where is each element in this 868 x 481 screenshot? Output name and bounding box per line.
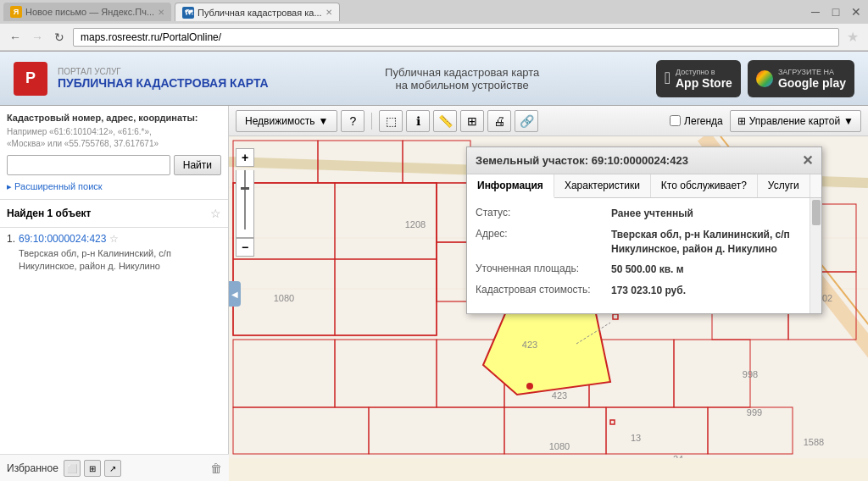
load-label: ЗАГРУЗИТЕ НА (778, 68, 846, 76)
search-label: Кадастровый номер, адрес, координаты: (7, 113, 221, 123)
svg-text:1080: 1080 (274, 293, 294, 303)
scrollbar-thumb (812, 200, 821, 225)
collapse-sidebar-btn[interactable]: ◀ (229, 281, 241, 307)
sidebar-icon-btn-3[interactable]: ↗ (104, 460, 121, 477)
tab-2-title: Публичная кадастровая ка... (198, 8, 322, 18)
help-btn[interactable]: ? (341, 110, 364, 132)
svg-text:999: 999 (747, 407, 762, 417)
result-item: 1. 69:10:0000024:423 ☆ Тверская обл, р-н… (0, 228, 228, 279)
header-center: Публичная кадастровая карта на мобильном… (385, 66, 539, 91)
reload-btn[interactable]: ↻ (51, 29, 68, 46)
googleplay-label: Google play (778, 76, 846, 90)
search-input[interactable] (7, 155, 170, 175)
manage-map-btn[interactable]: ⊞ Управление картой ▼ (730, 110, 861, 132)
sidebar-bottom: Избранное ⬜ ⊞ ↗ 🗑 (0, 454, 229, 481)
popup-row-status: Статус: Ранее учтенный (476, 207, 813, 221)
legend-checkbox[interactable] (670, 115, 681, 126)
minimize-btn[interactable]: ─ (807, 3, 824, 20)
browser-title-bar: Я Новое письмо — Яндекс.Пч... ✕ 🗺 Публич… (0, 0, 868, 24)
site-logo: Р (14, 62, 47, 96)
tab-2-close[interactable]: ✕ (326, 8, 332, 17)
popup-content: Статус: Ранее учтенный Адрес: Тверская о… (467, 198, 821, 313)
zoom-controls: + − (236, 148, 254, 257)
popup-tab-services[interactable]: Услуги (758, 174, 810, 197)
results-section: Найден 1 объект ☆ (0, 200, 228, 228)
sidebar-icon-btn-2[interactable]: ⊞ (84, 460, 101, 477)
toolbar-right: Легенда ⊞ Управление картой ▼ (670, 110, 861, 132)
result-star-icon[interactable]: ☆ (109, 233, 119, 245)
print-btn[interactable]: 🖨 (487, 110, 511, 132)
googleplay-badge[interactable]: ЗАГРУЗИТЕ НА Google play (748, 60, 854, 97)
svg-text:13: 13 (631, 433, 641, 443)
map-toolbar: Недвижимость ▼ ? ⬚ ℹ 📏 ⊞ 🖨 🔗 Легенда ⊞ У… (229, 106, 868, 136)
result-cadastral-link[interactable]: 69:10:0000024:423 (19, 233, 106, 245)
favorites-label: Избранное (7, 462, 58, 474)
popup-title: Земельный участок: 69:10:0000024:423 (476, 154, 688, 167)
svg-text:1208: 1208 (405, 219, 426, 229)
back-btn[interactable]: ← (7, 29, 24, 46)
popup-tabs: Информация Характеристики Кто обслуживае… (467, 174, 821, 198)
forward-btn[interactable]: → (29, 29, 46, 46)
tab-1-favicon: Я (10, 6, 22, 18)
select-btn[interactable]: ⬚ (379, 110, 403, 132)
header-left: Р ПОРТАЛ УСЛУГ ПУБЛИЧНАЯ КАДАСТРОВАЯ КАР… (14, 62, 269, 96)
popup-scrollbar[interactable] (810, 198, 821, 313)
close-browser-btn[interactable]: ✕ (848, 3, 865, 20)
popup-row-area: Уточненная площадь: 50 500.00 кв. м (476, 263, 813, 277)
apple-icon:  (665, 69, 670, 88)
link-btn[interactable]: 🔗 (515, 110, 538, 132)
result-address: Тверская обл, р-н Калининский, с/п Никул… (19, 247, 221, 274)
legend-checkbox-label[interactable]: Легенда (670, 115, 723, 127)
popup-close-btn[interactable]: ✕ (802, 152, 813, 169)
result-number: 1. (7, 233, 15, 245)
tab-1-close[interactable]: ✕ (158, 8, 164, 17)
zoom-in-btn[interactable]: + (236, 148, 254, 167)
search-section: Кадастровый номер, адрес, координаты: На… (0, 106, 228, 200)
map-area[interactable]: Недвижимость ▼ ? ⬚ ℹ 📏 ⊞ 🖨 🔗 Легенда ⊞ У… (229, 106, 868, 481)
tab-2-favicon: 🗺 (182, 7, 194, 19)
appstore-badge[interactable]:  Доступно в App Store (656, 60, 741, 97)
site-title: ПУБЛИЧНАЯ КАДАСТРОВАЯ КАРТА (58, 76, 269, 90)
svg-text:998: 998 (743, 369, 758, 379)
browser-nav-bar: ← → ↻ ★ (0, 24, 868, 51)
bookmark-star[interactable]: ★ (844, 29, 861, 46)
manage-dropdown-icon: ▼ (843, 115, 854, 127)
sidebar-icon-btn-1[interactable]: ⬜ (64, 460, 81, 477)
tab-1-title: Новое письмо — Яндекс.Пч... (25, 7, 154, 17)
info-popup: Земельный участок: 69:10:0000024:423 ✕ И… (466, 147, 822, 314)
search-button[interactable]: Найти (174, 155, 221, 175)
google-play-icon (756, 70, 773, 87)
popup-header: Земельный участок: 69:10:0000024:423 ✕ (467, 147, 821, 174)
results-header: Найден 1 объект ☆ (7, 207, 221, 220)
portal-label: ПОРТАЛ УСЛУГ (58, 67, 269, 76)
advanced-search-link[interactable]: ▸ Расширенный поиск (7, 181, 103, 191)
tab-1[interactable]: Я Новое письмо — Яндекс.Пч... ✕ (3, 3, 171, 21)
popup-row-cost: Кадастровая стоимость: 173 023.10 руб. (476, 284, 813, 298)
popup-row-address: Адрес: Тверская обл, р-н Калининский, с/… (476, 228, 813, 257)
measure-btn[interactable]: 📏 (433, 110, 457, 132)
advanced-search: ▸ Расширенный поиск (7, 180, 221, 192)
collapse-icon: ◀ (231, 290, 238, 299)
appstore-label: App Store (676, 76, 732, 90)
header-right:  Доступно в App Store ЗАГРУЗИТЕ НА Goog… (656, 60, 854, 97)
info-btn[interactable]: ℹ (406, 110, 430, 132)
browser-chrome: Я Новое письмо — Яндекс.Пч... ✕ 🗺 Публич… (0, 0, 868, 52)
search-row: Найти (7, 155, 221, 175)
header-title-block: ПОРТАЛ УСЛУГ ПУБЛИЧНАЯ КАДАСТРОВАЯ КАРТА (58, 67, 269, 90)
property-type-dropdown[interactable]: Недвижимость ▼ (236, 110, 337, 132)
svg-text:24: 24 (673, 454, 683, 458)
site-header: Р ПОРТАЛ УСЛУГ ПУБЛИЧНАЯ КАДАСТРОВАЯ КАР… (0, 52, 868, 106)
address-bar[interactable] (73, 28, 839, 47)
grid-icon: ⊞ (737, 115, 746, 127)
tab-2[interactable]: 🗺 Публичная кадастровая ка... ✕ (175, 3, 340, 21)
popup-tab-service[interactable]: Кто обслуживает? (651, 174, 758, 197)
zoom-out-btn[interactable]: − (236, 238, 254, 257)
area-btn[interactable]: ⊞ (460, 110, 484, 132)
popup-tab-info[interactable]: Информация (467, 174, 554, 198)
results-count: Найден 1 объект (7, 207, 92, 219)
favorite-star-icon[interactable]: ☆ (210, 207, 221, 220)
trash-icon[interactable]: 🗑 (210, 462, 222, 475)
popup-tab-characteristics[interactable]: Характеристики (554, 174, 651, 197)
maximize-btn[interactable]: □ (827, 3, 844, 20)
svg-text:423: 423 (522, 340, 537, 350)
